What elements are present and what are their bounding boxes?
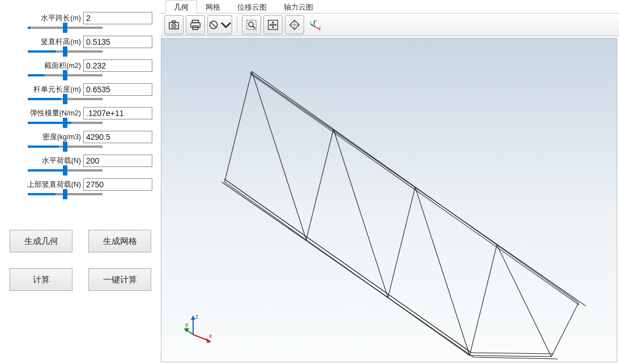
fit-view-icon[interactable] (263, 15, 283, 35)
svg-line-39 (306, 129, 334, 239)
svg-text:x: x (319, 24, 321, 28)
svg-line-35 (388, 298, 469, 356)
param-vert-label: 竖直杆高(m) (21, 37, 83, 47)
one-click-compute-button[interactable]: 一键计算 (88, 268, 151, 291)
param-density-slider[interactable] (28, 145, 103, 148)
no-access-dropdown[interactable] (207, 15, 232, 35)
triad-x-label: x (209, 332, 212, 339)
svg-text:z: z (315, 19, 317, 22)
triad-z-label: z (195, 313, 199, 320)
tab-force-cloud[interactable]: 轴力云图 (275, 0, 322, 14)
param-modulus-slider[interactable] (28, 122, 103, 124)
svg-line-18 (250, 74, 332, 131)
param-hload-slider[interactable] (28, 169, 103, 172)
param-hload-label: 水平荷载(N) (21, 156, 83, 166)
param-vload-slider[interactable] (28, 193, 103, 195)
svg-line-41 (469, 245, 497, 356)
svg-line-43 (252, 71, 306, 240)
parameters-panel: 水平跨长(m) 竖直杆高(m) 截面积(m2) 杆单元长度(m) 弹性模量(N/… (0, 0, 161, 364)
svg-line-46 (497, 245, 551, 357)
param-span-slider[interactable] (28, 27, 103, 29)
svg-line-7 (211, 22, 216, 27)
svg-rect-4 (191, 23, 200, 27)
zoom-rect-icon[interactable] (242, 15, 261, 35)
param-vload-label: 上部竖直荷载(N) (21, 180, 83, 190)
axes-triad-icon[interactable]: z x y (306, 15, 326, 35)
svg-line-29 (252, 71, 334, 129)
tab-geometry[interactable]: 几何 (165, 0, 197, 14)
svg-line-33 (224, 182, 306, 239)
svg-line-36 (469, 356, 551, 357)
svg-point-2 (173, 25, 175, 27)
svg-line-32 (497, 245, 578, 303)
svg-line-42 (552, 303, 579, 357)
tab-mesh[interactable]: 网格 (197, 0, 229, 14)
svg-line-10 (253, 26, 255, 28)
camera-icon[interactable] (164, 15, 183, 35)
generate-geometry-button[interactable]: 生成几何 (10, 230, 72, 252)
print-icon[interactable] (186, 15, 205, 35)
svg-line-45 (415, 187, 469, 356)
compute-button[interactable]: 计算 (10, 268, 72, 291)
iso-view-icon[interactable] (285, 15, 304, 35)
svg-line-21 (497, 247, 579, 305)
viewport-3d[interactable]: z x y (161, 38, 617, 362)
tab-bar: 几何 网格 位移云图 轴力云图 (161, 0, 619, 14)
svg-line-20 (415, 189, 497, 247)
param-elemlen-label: 杆单元长度(m) (21, 85, 83, 95)
svg-line-19 (332, 131, 415, 189)
svg-line-31 (415, 187, 497, 245)
svg-line-27 (307, 237, 389, 295)
svg-line-25 (471, 353, 553, 354)
param-modulus-label: 弹性模量(N/m2) (21, 109, 83, 118)
truss-geometry (161, 38, 617, 362)
svg-line-38 (224, 71, 251, 182)
chevron-down-icon (220, 19, 232, 31)
svg-line-44 (334, 129, 388, 298)
svg-point-9 (249, 22, 253, 26)
param-area-slider[interactable] (28, 74, 103, 76)
svg-line-40 (388, 187, 415, 297)
param-span-label: 水平跨长(m) (21, 14, 83, 23)
svg-text:y: y (310, 20, 311, 23)
viewer-panel: 几何 网格 位移云图 轴力云图 z (161, 0, 619, 364)
toolbar-separator (237, 17, 237, 33)
svg-line-26 (224, 179, 306, 237)
param-vert-slider[interactable] (28, 50, 103, 53)
svg-line-28 (389, 295, 471, 353)
viewport-triad: z x y (184, 312, 215, 345)
svg-line-34 (306, 240, 388, 298)
param-elemlen-slider[interactable] (28, 98, 103, 100)
param-density-label: 密度(kg/m3) (21, 132, 83, 142)
generate-mesh-button[interactable]: 生成网格 (88, 230, 151, 252)
svg-line-30 (334, 129, 415, 187)
viewer-toolbar: z x y (161, 14, 619, 36)
tab-displacement-cloud[interactable]: 位移云图 (229, 0, 275, 14)
triad-y-label: y (185, 321, 189, 328)
param-area-label: 截面积(m2) (21, 61, 83, 71)
